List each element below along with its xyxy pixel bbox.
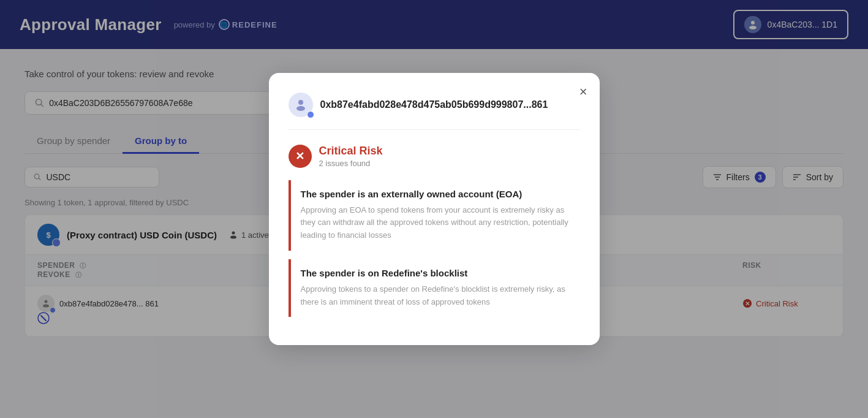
modal-issue-1-title: The spender is an externally owned accou… [301, 189, 570, 199]
modal-address: 0xb87e4fabd028e478d475ab05b699d999807...… [320, 99, 548, 110]
risk-modal: × 0xb87e4fabd028e478d475ab05b699d999807.… [269, 73, 600, 346]
modal-overlay[interactable]: × 0xb87e4fabd028e478d475ab05b699d999807.… [0, 0, 868, 418]
modal-risk-info: Critical Risk 2 issues found [319, 145, 383, 168]
modal-avatar [289, 93, 313, 117]
modal-issue-1-desc: Approving an EOA to spend tokens from yo… [301, 204, 570, 242]
modal-eth-badge [307, 111, 314, 118]
svg-point-23 [296, 106, 305, 111]
modal-issue-2-title: The spender is on Redefine's blocklist [301, 268, 570, 278]
modal-issues-count: 2 issues found [319, 159, 383, 168]
modal-issue-1: The spender is an externally owned accou… [289, 180, 580, 251]
modal-issue-2-desc: Approving tokens to a spender on Redefin… [301, 283, 570, 309]
modal-risk-icon: ✕ [289, 145, 312, 168]
modal-close-button[interactable]: × [579, 85, 587, 99]
svg-point-22 [298, 100, 303, 105]
modal-issue-2: The spender is on Redefine's blocklist A… [289, 259, 580, 317]
modal-address-row: 0xb87e4fabd028e478d475ab05b699d999807...… [289, 93, 580, 130]
modal-risk-title: Critical Risk [319, 145, 383, 158]
modal-risk-header: ✕ Critical Risk 2 issues found [289, 145, 580, 168]
modal-person-icon [294, 98, 308, 112]
